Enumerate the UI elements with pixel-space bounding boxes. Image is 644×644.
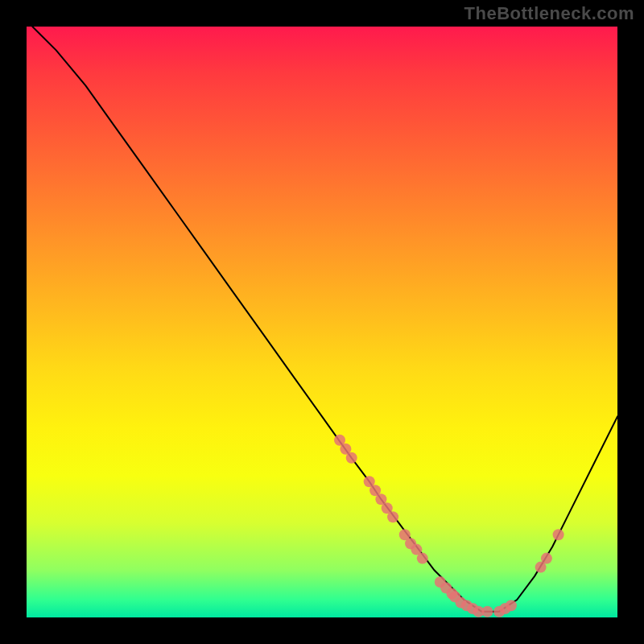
scatter-dot [482, 606, 493, 617]
scatter-dot [541, 553, 552, 564]
scatter-dot [417, 553, 428, 564]
plot-area [27, 27, 617, 617]
chart-overlay-svg [27, 27, 617, 617]
bottleneck-curve [32, 27, 617, 612]
scatter-dot [553, 529, 564, 540]
scatter-dot [506, 600, 517, 611]
watermark-text: TheBottleneck.com [464, 3, 634, 24]
chart-frame: TheBottleneck.com [0, 0, 644, 644]
scatter-dots [334, 435, 564, 617]
scatter-dot [346, 452, 357, 464]
scatter-dot [387, 511, 398, 522]
